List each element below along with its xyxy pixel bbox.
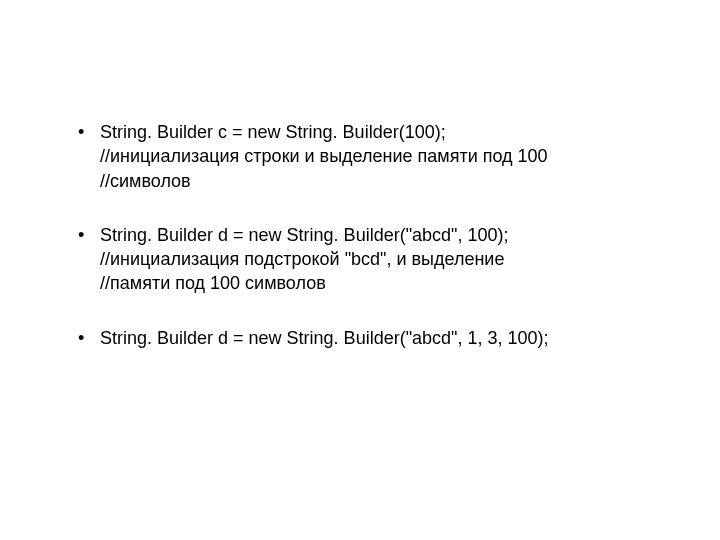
code-line: //инициализация подстрокой "bcd", и выде… xyxy=(100,247,660,271)
code-line: //символов xyxy=(100,169,660,193)
code-line: //памяти под 100 символов xyxy=(100,271,660,295)
list-item: String. Builder c = new String. Builder(… xyxy=(60,120,660,193)
list-item: String. Builder d = new String. Builder(… xyxy=(60,223,660,296)
list-item: String. Builder d = new String. Builder(… xyxy=(60,326,660,350)
code-line: String. Builder d = new String. Builder(… xyxy=(100,223,660,247)
bullet-list: String. Builder c = new String. Builder(… xyxy=(60,120,660,350)
code-line: String. Builder c = new String. Builder(… xyxy=(100,120,660,144)
code-line: String. Builder d = new String. Builder(… xyxy=(100,326,660,350)
code-line: //инициализация строки и выделение памят… xyxy=(100,144,660,168)
